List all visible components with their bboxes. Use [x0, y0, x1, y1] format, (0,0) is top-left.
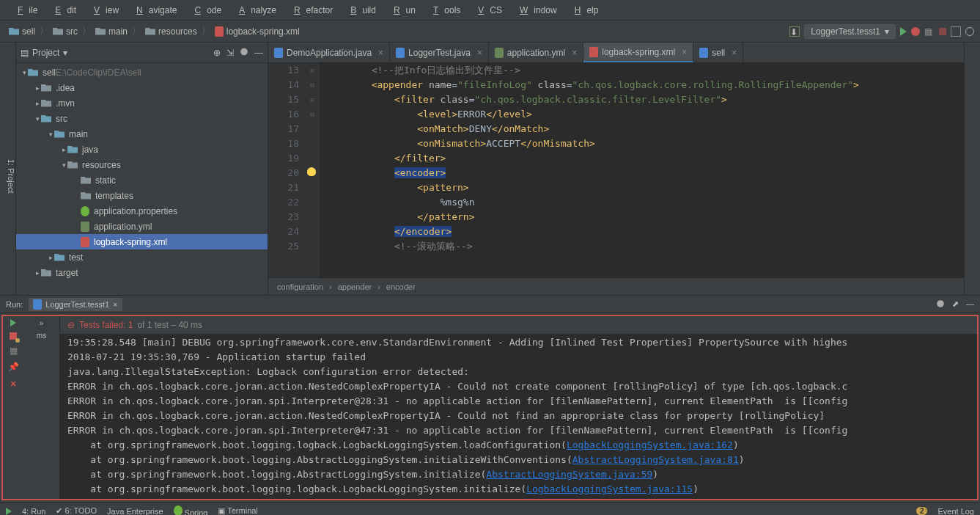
rerun-button[interactable] — [10, 319, 16, 326]
tool-tab-spring[interactable]: Spring — [174, 505, 208, 516]
hide-icon[interactable]: — — [254, 48, 263, 58]
tool-tab-run[interactable]: 4: Run — [22, 507, 45, 516]
tree-item[interactable]: ▸.idea — [16, 80, 268, 95]
folder-icon — [28, 69, 38, 76]
tree-item[interactable]: ▸.mvn — [16, 95, 268, 111]
run-button[interactable] — [900, 27, 907, 36]
editor-tab[interactable]: sell× — [693, 43, 743, 62]
tool-tab-terminal[interactable]: ▣ Terminal — [218, 506, 257, 515]
tree-arrow-icon[interactable]: ▾ — [34, 115, 41, 123]
close-icon[interactable]: × — [113, 300, 117, 309]
yml-icon — [495, 48, 504, 58]
tree-item[interactable]: ▾resources — [16, 157, 268, 172]
chevron-down-icon[interactable]: ▾ — [63, 48, 67, 58]
tool-window-project[interactable]: 1: Project — [7, 159, 15, 193]
gear-icon[interactable] — [936, 299, 945, 308]
close-icon[interactable]: × — [682, 47, 687, 57]
stacktrace-link[interactable]: LoggingApplicationListener.java:303 — [549, 498, 750, 499]
stacktrace-link[interactable]: LogbackLoggingSystem.java:162 — [567, 439, 733, 450]
editor-crumb[interactable]: appender — [338, 282, 372, 291]
tree-item[interactable]: ▾main — [16, 126, 268, 142]
code-area[interactable]: <!--把Info日志输出到文件里--> <appender name="fil… — [320, 63, 964, 277]
tree-item[interactable]: application.properties — [16, 203, 268, 219]
tool-tab-event-log[interactable]: Event Log — [937, 507, 974, 516]
close-icon[interactable]: × — [477, 48, 482, 58]
stacktrace-link[interactable]: LogbackLoggingSystem.java:115 — [526, 483, 693, 494]
menu-run[interactable]: Run — [382, 2, 421, 18]
editor-tab[interactable]: LoggerTest.java× — [390, 43, 489, 62]
close-icon[interactable]: × — [572, 48, 577, 58]
run-config-selector[interactable]: LoggerTest.tesst1 ▾ — [804, 24, 896, 39]
project-tree[interactable]: ▾sell E:\CodeClip\IDEA\sell▸.idea▸.mvn▾s… — [16, 63, 268, 295]
search-everywhere-icon[interactable] — [965, 27, 974, 36]
menu-help[interactable]: Help — [563, 2, 605, 18]
fail-icon: ⊖ — [67, 320, 75, 330]
tree-item[interactable]: ▾src — [16, 111, 268, 126]
editor-body[interactable]: 13141516171819202122232425 ⊟⊟⊟⊟ <!--把Inf… — [268, 63, 964, 277]
editor-crumb[interactable]: encoder — [386, 282, 416, 291]
debug-button[interactable] — [911, 27, 920, 36]
breadcrumb-seg[interactable]: main — [92, 25, 130, 38]
stop-button[interactable] — [10, 332, 17, 340]
tree-item[interactable]: ▸target — [16, 265, 268, 280]
menu-code[interactable]: Code — [183, 2, 227, 18]
tree-arrow-icon[interactable]: ▸ — [34, 100, 41, 107]
tool-tab-todo[interactable]: ✔ 6: TODO — [56, 506, 97, 515]
restore-icon[interactable]: ⬈ — [952, 299, 959, 309]
tree-arrow-icon[interactable]: ▾ — [60, 161, 67, 169]
folder-icon — [54, 254, 65, 261]
lightbulb-icon[interactable] — [307, 167, 316, 176]
layout-icon[interactable]: ▦ — [10, 346, 18, 356]
tree-label: src — [56, 114, 67, 124]
menu-navigate[interactable]: Navigate — [125, 2, 183, 18]
tree-item[interactable]: ▸test — [16, 249, 268, 265]
run-header: Run: LoggerTest.tesst1 × ⬈ — — [0, 296, 980, 313]
tree-arrow-icon[interactable]: ▸ — [34, 84, 41, 92]
menu-build[interactable]: Build — [339, 2, 382, 18]
console-output[interactable]: 19:35:28.548 [main] DEBUG org.springfram… — [60, 334, 977, 499]
breadcrumb-seg[interactable]: logback-spring.xml — [212, 25, 303, 38]
tree-arrow-icon[interactable]: ▾ — [21, 69, 28, 76]
tree-item[interactable]: application.yml — [16, 219, 268, 234]
tree-item[interactable]: templates — [16, 188, 268, 203]
menu-file[interactable]: File — [6, 2, 43, 18]
layout-button[interactable] — [951, 26, 961, 37]
tree-arrow-icon[interactable]: ▾ — [47, 131, 54, 138]
menu-vcs[interactable]: VCS — [466, 2, 508, 18]
pin-icon[interactable]: 📌 — [8, 362, 19, 372]
tree-item[interactable]: ▾sell E:\CodeClip\IDEA\sell — [16, 65, 268, 80]
tree-arrow-icon[interactable]: ▸ — [34, 269, 41, 277]
breadcrumb-seg[interactable]: resources — [142, 25, 200, 38]
menu-edit[interactable]: Edit — [43, 2, 82, 18]
tree-arrow-icon[interactable]: ▸ — [60, 146, 67, 153]
tree-item[interactable]: static — [16, 172, 268, 188]
editor-tab[interactable]: application.yml× — [489, 43, 583, 62]
tool-tab-jee[interactable]: Java Enterprise — [107, 507, 163, 516]
stacktrace-link[interactable]: AbstractLoggingSystem.java:59 — [486, 469, 652, 480]
menu-analyze[interactable]: Analyze — [227, 2, 282, 18]
close-icon[interactable]: × — [378, 48, 383, 58]
hide-icon[interactable]: — — [966, 299, 974, 309]
stacktrace-link[interactable]: AbstractLoggingSystem.java:81 — [572, 454, 739, 465]
editor-tab[interactable]: logback-spring.xml× — [583, 43, 693, 62]
locate-icon[interactable]: ⊕ — [213, 48, 221, 58]
breadcrumb-seg[interactable]: src — [50, 25, 81, 38]
menu-tools[interactable]: Tools — [421, 2, 466, 18]
breadcrumb-seg[interactable]: sell — [6, 25, 38, 38]
build-icon[interactable]: ⬇ — [789, 26, 800, 37]
menu-view[interactable]: View — [82, 2, 125, 18]
collapse-icon[interactable]: ⇲ — [226, 48, 234, 58]
menu-window[interactable]: Window — [508, 2, 563, 18]
coverage-button[interactable]: ▦ — [924, 26, 935, 37]
gear-icon[interactable] — [240, 48, 248, 56]
tree-arrow-icon[interactable]: ▸ — [47, 254, 54, 261]
tree-label: templates — [95, 191, 133, 201]
close-icon[interactable]: × — [732, 48, 737, 58]
tree-item[interactable]: logback-spring.xml — [16, 234, 268, 249]
editor-tab[interactable]: DemoApplication.java× — [268, 43, 390, 62]
menu-refactor[interactable]: Refactor — [282, 2, 339, 18]
stop-button[interactable] — [939, 28, 946, 35]
editor-crumb[interactable]: configuration — [277, 282, 323, 291]
close-icon[interactable]: × — [10, 378, 16, 390]
tree-item[interactable]: ▸java — [16, 142, 268, 157]
